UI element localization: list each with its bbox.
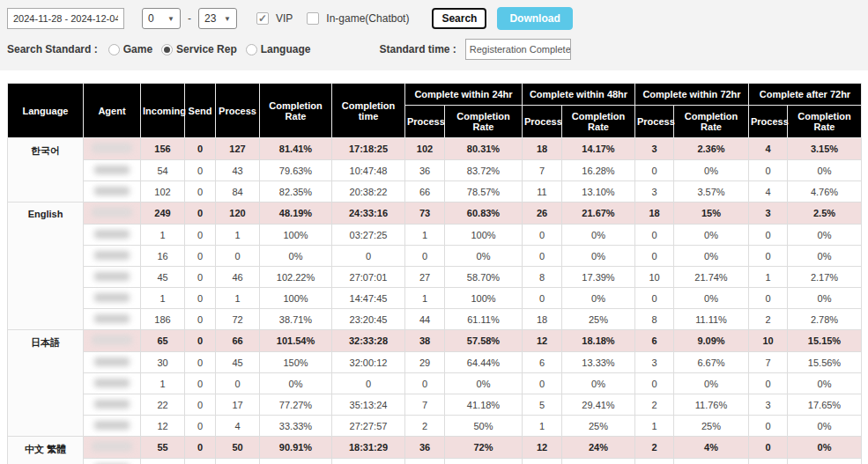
cell: 29 [405, 352, 445, 373]
cell: 13.10% [562, 181, 635, 203]
subcol-process: Process [523, 106, 562, 138]
table-row: 2201777.27%35:13:24741.18%529.41%211.76%… [8, 394, 862, 416]
cell: 4% [674, 459, 749, 464]
cell: 12 [523, 459, 562, 464]
cell: 10:47:48 [332, 160, 405, 181]
cell: 7 [749, 352, 788, 373]
cell: 0 [523, 225, 562, 246]
subcol-completion-rate: Completion Rate [445, 106, 523, 138]
cell: 0 [216, 246, 260, 267]
radio-label: Language [261, 43, 311, 55]
cell: 79.63% [260, 160, 332, 181]
cell: 0 [185, 394, 216, 416]
download-button[interactable]: Download [497, 7, 572, 30]
table-row: 10208482.35%20:38:226678.57%1113.10%33.5… [8, 181, 862, 203]
search-button[interactable]: Search [432, 8, 486, 29]
agent-cell [84, 437, 141, 459]
blurred-agent-name [94, 166, 130, 174]
standard-time-select[interactable]: Registeration Complete ~ Cer [465, 39, 571, 60]
cell: 0 [749, 288, 788, 309]
cell: 61.11% [445, 309, 523, 330]
cell: 4 [749, 181, 788, 203]
cell: 90.91% [260, 437, 332, 459]
blurred-agent-name [94, 293, 130, 302]
cell: 2.17% [788, 267, 862, 288]
cell: 0 [635, 373, 674, 394]
cell: 32:00:12 [332, 352, 405, 373]
blurred-agent-name [94, 230, 130, 239]
cell: 100% [445, 288, 523, 309]
cell: 12 [141, 416, 185, 437]
agent-cell [84, 459, 141, 464]
cell: 18 [635, 203, 674, 225]
agent-cell [84, 181, 141, 203]
cell: 11 [523, 181, 562, 203]
cell: 64.44% [445, 352, 523, 373]
cell: 0 [523, 373, 562, 394]
agent-cell [84, 288, 141, 309]
subcol-completion-rate: Completion Rate [788, 106, 862, 138]
header-row-1: Language Agent Incoming Send Process Com… [8, 84, 862, 106]
cell: 0 [185, 373, 216, 394]
cell: 6 [635, 330, 674, 352]
cell: 6 [523, 352, 562, 373]
cell: 66 [216, 330, 260, 352]
cell: 38 [405, 330, 445, 352]
radio-language[interactable] [246, 44, 257, 55]
hour-range-separator: - [188, 12, 191, 25]
col-completion-rate: Completion Rate [260, 84, 332, 138]
cell: 10 [635, 267, 674, 288]
cell: 72 [216, 309, 260, 330]
cell: 90.91% [260, 459, 332, 464]
cell: 58.70% [445, 267, 523, 288]
cell: 25% [562, 309, 635, 330]
language-cell: English [8, 203, 84, 330]
cell: 2.5% [788, 203, 862, 225]
cell: 4 [749, 138, 788, 160]
cell: 0% [674, 225, 749, 246]
subcol-completion-rate: Completion Rate [562, 106, 635, 138]
radio-service-rep[interactable] [161, 44, 173, 55]
subcol-process: Process [635, 106, 674, 138]
hour-to-select[interactable]: 23 ▼ [198, 8, 237, 29]
cell: 0 [405, 246, 445, 267]
cell: 2 [635, 459, 674, 464]
cell: 65 [141, 330, 185, 352]
cell: 84 [216, 181, 260, 203]
blurred-agent-name [92, 143, 132, 153]
cell: 23:20:45 [332, 309, 405, 330]
cell: 35:13:24 [332, 394, 405, 416]
agent-cell [84, 373, 141, 394]
cell: 17:18:25 [332, 138, 405, 160]
date-range-input[interactable] [7, 8, 124, 29]
cell: 18.18% [562, 330, 635, 352]
cell: 11.76% [674, 394, 749, 416]
radio-label: Game [123, 43, 152, 55]
cell: 24% [562, 459, 635, 464]
hour-from-select[interactable]: 0 ▼ [142, 8, 181, 29]
radio-label: Service Rep [176, 43, 237, 55]
cell: 3 [749, 394, 788, 416]
cell: 0 [185, 203, 216, 225]
cell: 48.19% [260, 203, 332, 225]
table-row: 16000%000%00%00%00% [8, 246, 862, 267]
blurred-agent-name [92, 441, 132, 452]
col-process: Process [216, 84, 260, 138]
cell: 9.09% [674, 330, 749, 352]
table-row: 30045150%32:00:122964.44%613.33%36.67%71… [8, 352, 862, 373]
table-row: 日本語65066101.54%32:33:283857.58%1218.18%6… [8, 330, 862, 352]
cell: 27:27:57 [332, 416, 405, 437]
check-icon: ✓ [258, 13, 267, 24]
radio-game[interactable] [108, 44, 120, 55]
cell: 0% [445, 246, 523, 267]
cell: 102 [141, 181, 185, 203]
vip-checkbox[interactable]: ✓ [256, 12, 269, 25]
cell: 78.57% [445, 181, 523, 203]
cell: 21.74% [674, 267, 749, 288]
cell: 0% [788, 225, 862, 246]
agent-cell [84, 203, 141, 225]
agent-cell [84, 416, 141, 437]
blurred-agent-name [94, 251, 130, 260]
ingame-checkbox[interactable]: ✓ [307, 12, 319, 25]
agent-cell [84, 225, 141, 246]
